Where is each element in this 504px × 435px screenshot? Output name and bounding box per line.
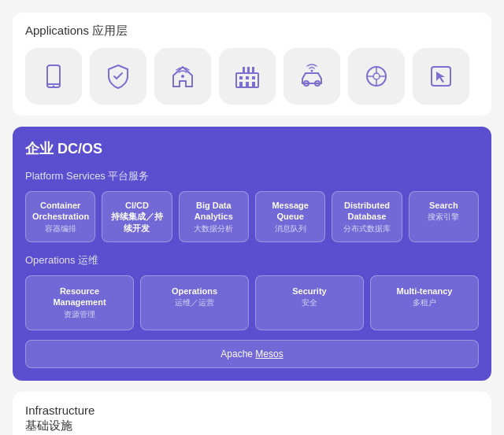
car-connected-icon (298, 62, 326, 90)
operations-subtitle: Operations 运维 (25, 253, 479, 267)
ai-brain-icon (362, 62, 391, 90)
svg-rect-12 (247, 67, 250, 73)
operations-card-multitenancy[interactable]: Multi-tenancy 多租户 (370, 275, 479, 330)
shield-icon-box[interactable] (90, 48, 146, 105)
mesos-label: Apache Mesos (220, 348, 283, 359)
app-icons-row (25, 48, 479, 105)
operations-card-title-multitenancy: Multi-tenancy (379, 286, 470, 297)
svg-rect-10 (252, 82, 255, 87)
platform-card-title-message: Message Queue (262, 200, 318, 223)
applications-section: Applications 应用层 (13, 13, 491, 116)
platform-card-subtitle-database: 分布式数据库 (339, 224, 395, 234)
operations-card-operations[interactable]: Operations 运维／运营 (140, 275, 249, 330)
platform-card-subtitle: 容器编排 (32, 224, 88, 234)
platform-card-subtitle-search: 搜索引擎 (416, 212, 472, 222)
operations-card-title-security: Security (264, 286, 355, 297)
mobile-icon-box[interactable] (25, 48, 82, 105)
platform-card-bigdata[interactable]: Big Data Analytics 大数据分析 (179, 191, 249, 242)
operations-card-subtitle-operations: 运维／运营 (149, 298, 240, 308)
platform-services-subtitle: Platform Services 平台服务 (25, 169, 479, 183)
home-connected-icon-box[interactable] (154, 48, 211, 105)
operations-card-title-operations: Operations (149, 286, 240, 297)
platform-card-database[interactable]: Distributed Database 分布式数据库 (332, 191, 402, 242)
cursor-icon (427, 62, 455, 90)
page-container: Applications 应用层 (0, 0, 504, 435)
dcos-section: 企业 DC/OS Platform Services 平台服务 Containe… (13, 127, 491, 381)
platform-card-title-cicd: CI/CD持续集成／持续开发 (109, 200, 165, 234)
operations-card-security[interactable]: Security 安全 (255, 275, 364, 330)
shield-icon (104, 62, 132, 90)
platform-card-search[interactable]: Search 搜索引擎 (409, 191, 479, 242)
svg-rect-7 (252, 76, 255, 79)
platform-card-title: Container Orchestration (32, 200, 88, 223)
svg-rect-5 (239, 76, 243, 79)
operations-card-title-resource: Resource Management (34, 286, 125, 308)
svg-rect-8 (239, 82, 243, 87)
operations-card-subtitle-security: 安全 (264, 298, 355, 308)
infra-title-en: Infrastructure (25, 404, 94, 417)
platform-card-subtitle-bigdata: 大数据分析 (186, 224, 242, 234)
factory-icon (233, 62, 261, 90)
platform-services: Platform Services 平台服务 Container Orchest… (25, 169, 479, 242)
platform-card-title-bigdata: Big Data Analytics (186, 200, 242, 223)
car-connected-icon-box[interactable] (284, 48, 340, 105)
infrastructure-section: Infrastructure 基础设施 Private Cloud 私有云 (13, 392, 491, 435)
svg-point-18 (373, 73, 380, 79)
operations-section: Operations 运维 Resource Management 资源管理 O… (25, 253, 479, 330)
operations-card-subtitle-multitenancy: 多租户 (379, 298, 470, 308)
platform-card-subtitle-message: 消息队列 (262, 224, 318, 234)
svg-point-2 (53, 86, 55, 88)
platform-cards: Container Orchestration 容器编排 CI/CD持续集成／持… (25, 191, 479, 242)
platform-card-title-search: Search (416, 200, 472, 211)
platform-card-message[interactable]: Message Queue 消息队列 (255, 191, 325, 242)
cursor-icon-box[interactable] (413, 48, 469, 105)
ai-brain-icon-box[interactable] (348, 48, 405, 105)
mobile-icon (39, 62, 68, 90)
dcos-title: 企业 DC/OS (25, 139, 479, 158)
operations-cards: Resource Management 资源管理 Operations 运维／运… (25, 275, 479, 330)
svg-point-3 (181, 75, 184, 78)
operations-card-resource[interactable]: Resource Management 资源管理 (25, 275, 134, 330)
infrastructure-title: Infrastructure 基础设施 (25, 403, 479, 433)
mesos-bar[interactable]: Apache Mesos (25, 340, 479, 368)
svg-point-16 (311, 70, 313, 72)
svg-rect-13 (252, 67, 254, 73)
operations-card-subtitle-resource: 资源管理 (34, 310, 125, 320)
svg-rect-6 (246, 76, 249, 79)
platform-card-container[interactable]: Container Orchestration 容器编排 (25, 191, 95, 242)
platform-card-title-database: Distributed Database (339, 200, 395, 223)
svg-rect-9 (246, 82, 249, 87)
applications-title: Applications 应用层 (25, 24, 479, 39)
platform-card-cicd[interactable]: CI/CD持续集成／持续开发 (102, 191, 172, 242)
svg-rect-11 (243, 67, 245, 73)
home-connected-icon (169, 62, 197, 90)
factory-icon-box[interactable] (219, 48, 276, 105)
infra-title-zh: 基础设施 (25, 418, 72, 432)
